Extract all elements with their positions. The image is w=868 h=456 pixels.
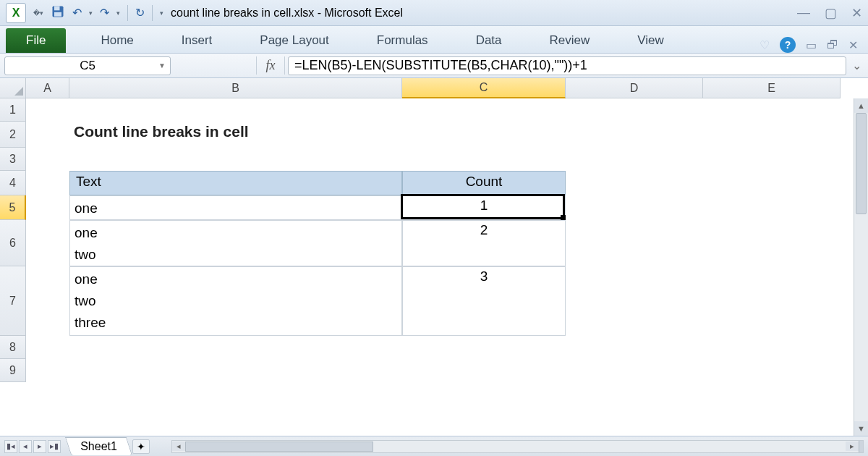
table-header-text[interactable]: Text (69, 171, 402, 195)
sheet-tab-label: Sheet1 (80, 440, 117, 453)
row-header-7[interactable]: 7 (0, 266, 26, 336)
row-header-4[interactable]: 4 (0, 171, 26, 195)
table-header-count[interactable]: Count (402, 171, 566, 195)
name-box[interactable]: C5 ▼ (4, 56, 171, 75)
vertical-scrollbar[interactable]: ▲ ▼ (854, 98, 868, 436)
col-header-A[interactable]: A (26, 78, 69, 98)
tab-home[interactable]: Home (88, 28, 146, 53)
scroll-thumb[interactable] (856, 113, 867, 214)
tab-insert[interactable]: Insert (169, 28, 226, 53)
table-cell-count[interactable]: 1 (402, 195, 566, 220)
hscroll-split-icon[interactable] (859, 441, 863, 452)
select-all-corner[interactable] (0, 78, 26, 98)
help-icon[interactable]: ? (780, 37, 796, 53)
formula-input[interactable]: =LEN(B5)-LEN(SUBSTITUTE(B5,CHAR(10),""))… (288, 56, 846, 75)
maximize-icon[interactable]: ▢ (825, 5, 837, 21)
row-header-3[interactable]: 3 (0, 148, 26, 171)
table-cell-count[interactable]: 2 (402, 220, 566, 266)
sheet-nav-next-icon[interactable]: ▸ (33, 440, 46, 453)
sheet-nav-last-icon[interactable]: ▸▮ (48, 440, 61, 453)
hscroll-right-icon[interactable]: ▸ (846, 442, 859, 451)
excel-logo-icon[interactable]: X (6, 3, 26, 23)
undo-dropdown-icon[interactable]: ▾ (89, 9, 93, 17)
column-headers: ABCDE (26, 78, 841, 98)
sheet-nav-prev-icon[interactable]: ◂ (19, 440, 32, 453)
redo-dropdown-icon[interactable]: ▾ (116, 9, 120, 17)
tab-page-layout[interactable]: Page Layout (247, 28, 341, 53)
file-tab[interactable]: File (6, 28, 66, 53)
minimize-icon[interactable]: — (797, 5, 810, 21)
svg-rect-1 (54, 6, 60, 10)
ribbon-restore-icon[interactable]: 🗗 (827, 38, 838, 51)
formula-text: =LEN(B5)-LEN(SUBSTITUTE(B5,CHAR(10),""))… (294, 58, 587, 73)
ribbon-close-icon[interactable]: ✕ (848, 38, 858, 52)
row-header-9[interactable]: 9 (0, 359, 26, 382)
row-headers: 123456789 (0, 98, 26, 382)
tab-formulas[interactable]: Formulas (364, 28, 441, 53)
qat-customize-icon[interactable]: ▾ (160, 9, 163, 17)
row-header-2[interactable]: 2 (0, 122, 26, 148)
table-cell-text[interactable]: one two three (69, 266, 402, 336)
ribbon-minimize-icon[interactable]: ▭ (806, 38, 817, 52)
new-sheet-icon[interactable]: ✦ (132, 439, 150, 454)
fx-icon[interactable]: fx (256, 56, 285, 75)
refresh-icon[interactable]: ↻ (135, 6, 145, 20)
grid-area[interactable]: ABCDE 123456789 Count line breaks in cel… (0, 78, 868, 436)
quick-access-toolbar: X �▾ ↶▾ ↷▾ ↻ ▾ count line breaks in cell… (0, 0, 868, 26)
tab-review[interactable]: Review (537, 28, 603, 53)
ribbon-heart-icon[interactable]: ♡ (760, 38, 770, 52)
qat-dropdown-icon[interactable]: �▾ (33, 9, 43, 17)
col-header-D[interactable]: D (566, 78, 703, 98)
table-cell-text[interactable]: one (69, 195, 402, 220)
hscroll-thumb[interactable] (185, 442, 373, 452)
page-title[interactable]: Count line breaks in cell (69, 122, 402, 148)
col-header-B[interactable]: B (69, 78, 402, 98)
name-box-value: C5 (80, 59, 95, 73)
row-header-8[interactable]: 8 (0, 336, 26, 359)
row-header-5[interactable]: 5 (0, 195, 26, 220)
hscroll-left-icon[interactable]: ◂ (172, 442, 185, 451)
formula-bar: C5 ▼ fx =LEN(B5)-LEN(SUBSTITUTE(B5,CHAR(… (0, 54, 868, 78)
tab-view[interactable]: View (624, 28, 677, 53)
close-icon[interactable]: ✕ (851, 5, 862, 21)
save-icon[interactable] (51, 4, 65, 22)
scroll-down-icon[interactable]: ▼ (854, 421, 868, 436)
undo-icon[interactable]: ↶ (72, 6, 82, 20)
horizontal-scrollbar[interactable]: ◂ ▸ (171, 440, 864, 453)
sheet-tab[interactable]: Sheet1 (65, 437, 132, 455)
name-box-dropdown-icon[interactable]: ▼ (158, 62, 166, 69)
row-header-1[interactable]: 1 (0, 98, 26, 122)
table-cell-count[interactable]: 3 (402, 266, 566, 336)
ribbon-tabs: File HomeInsertPage LayoutFormulasDataRe… (0, 26, 868, 54)
svg-rect-2 (54, 12, 61, 16)
col-header-C[interactable]: C (402, 78, 566, 98)
row-header-6[interactable]: 6 (0, 220, 26, 266)
col-header-E[interactable]: E (703, 78, 841, 98)
tab-data[interactable]: Data (463, 28, 515, 53)
sheet-tab-bar: ▮◂ ◂ ▸ ▸▮ Sheet1 ✦ ◂ ▸ (0, 436, 868, 456)
redo-icon[interactable]: ↷ (100, 6, 109, 20)
sheet-nav-first-icon[interactable]: ▮◂ (4, 440, 17, 453)
window-title: count line breaks in cell.xlsx - Microso… (171, 7, 403, 20)
table-cell-text[interactable]: one two (69, 220, 402, 266)
formula-expand-icon[interactable]: ⌄ (849, 59, 864, 72)
cells-canvas[interactable]: Count line breaks in cellTextCountone1on… (26, 98, 854, 436)
scroll-up-icon[interactable]: ▲ (854, 98, 868, 113)
